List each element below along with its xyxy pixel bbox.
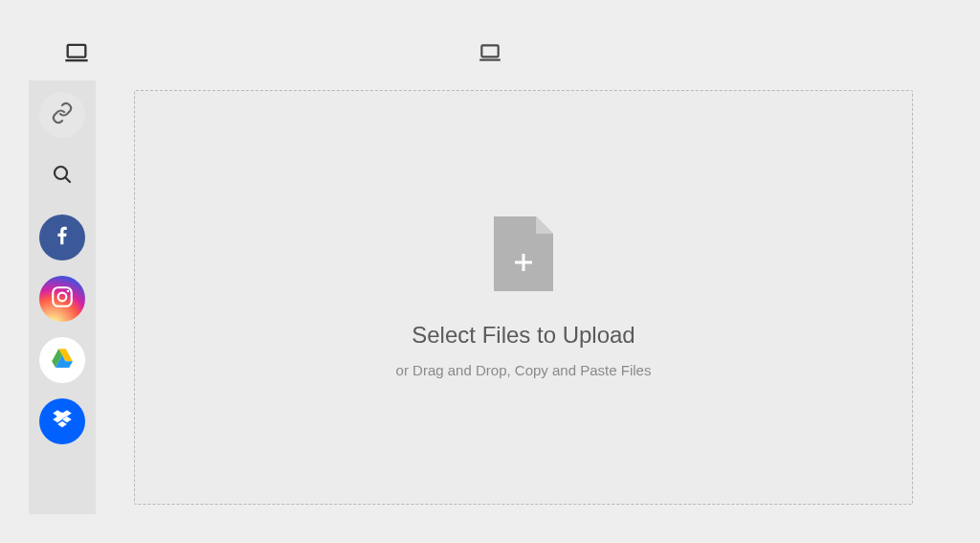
source-search-button[interactable] (39, 153, 85, 199)
dropzone-subtitle: or Drag and Drop, Copy and Paste Files (396, 362, 652, 378)
svg-point-8 (67, 290, 70, 293)
source-google-drive-button[interactable] (39, 337, 85, 383)
laptop-icon (478, 40, 502, 69)
source-instagram-button[interactable] (39, 276, 85, 322)
source-sidebar (29, 80, 96, 514)
instagram-icon (50, 284, 75, 313)
laptop-icon (63, 39, 90, 70)
file-add-icon (494, 216, 553, 295)
dropbox-icon (50, 407, 75, 436)
dialog-body: Select Files to Upload or Drag and Drop,… (29, 80, 951, 514)
dropzone-title: Select Files to Upload (412, 322, 635, 349)
dialog-header (29, 29, 951, 80)
search-icon (51, 163, 74, 190)
svg-line-5 (65, 177, 70, 182)
main-panel: Select Files to Upload or Drag and Drop,… (96, 80, 951, 514)
source-facebook-button[interactable] (39, 215, 85, 260)
svg-rect-2 (481, 45, 498, 57)
source-link-button[interactable] (39, 92, 85, 138)
facebook-icon (52, 225, 73, 250)
google-drive-icon (50, 346, 75, 374)
svg-rect-0 (68, 45, 86, 57)
svg-point-7 (58, 293, 67, 302)
source-dropbox-button[interactable] (39, 398, 85, 444)
upload-dialog: Select Files to Upload or Drag and Drop,… (29, 29, 951, 514)
file-dropzone[interactable]: Select Files to Upload or Drag and Drop,… (134, 90, 913, 505)
link-icon (51, 102, 74, 128)
